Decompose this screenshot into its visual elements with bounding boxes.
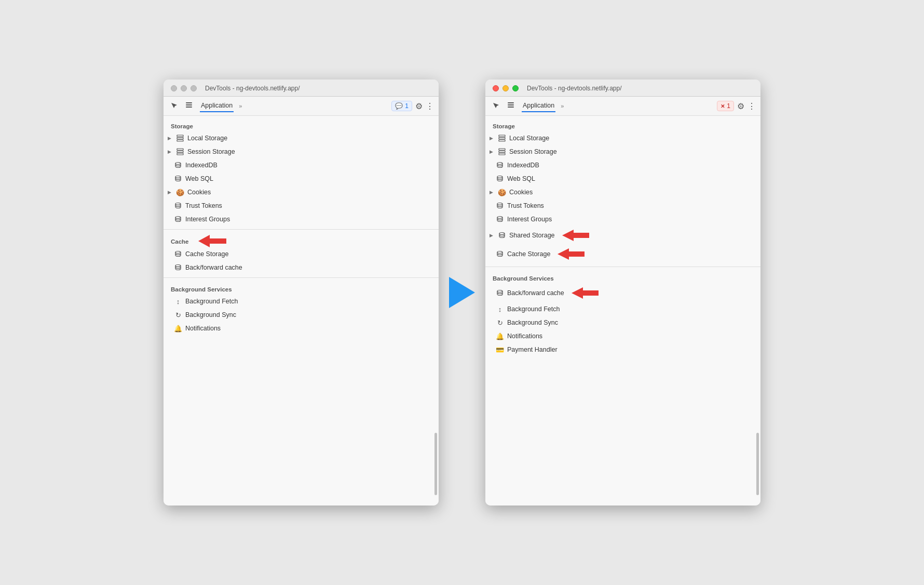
bg-sync-item-left[interactable]: ↻ Background Sync	[164, 308, 439, 322]
application-tab-left[interactable]: Application	[200, 100, 234, 112]
inspect-icon[interactable]	[169, 100, 180, 112]
notifications-item-right[interactable]: 🔔 Notifications	[485, 329, 760, 343]
svg-point-29	[499, 233, 505, 235]
interest-groups-icon-right	[496, 215, 504, 223]
websql-item-left[interactable]: Web SQL	[164, 172, 439, 185]
svg-rect-20	[499, 138, 505, 139]
badge-right[interactable]: ✕ 1	[717, 101, 734, 111]
more-options-icon-left[interactable]: ⋮	[426, 101, 433, 111]
more-tabs-chevron-right[interactable]: »	[561, 103, 564, 109]
traffic-lights-left	[171, 85, 197, 91]
websql-label-left: Web SQL	[185, 175, 213, 182]
cache-storage-item-right[interactable]: Cache Storage	[485, 245, 760, 263]
cache-storage-label-left: Cache Storage	[185, 250, 228, 258]
minimize-button-right[interactable]	[502, 85, 509, 91]
cache-storage-item-left[interactable]: Cache Storage	[164, 247, 439, 261]
indexeddb-item-left[interactable]: IndexedDB	[164, 158, 439, 172]
bg-fetch-item-right[interactable]: ↕ Background Fetch	[485, 302, 760, 316]
badge-left[interactable]: 💬 1	[391, 101, 412, 111]
blue-arrow-icon	[449, 277, 475, 308]
red-arrow-backforward-cache-right	[572, 286, 602, 300]
svg-rect-24	[499, 153, 505, 155]
payment-handler-item-right[interactable]: 💳 Payment Handler	[485, 343, 760, 356]
cache-storage-icon-right	[496, 250, 504, 258]
divider-2-left	[164, 277, 439, 278]
window-title-right: DevTools - ng-devtools.netlify.app/	[527, 85, 622, 92]
minimize-button-left[interactable]	[181, 85, 187, 91]
cookies-item-left[interactable]: ▶ 🍪 Cookies	[164, 185, 439, 199]
backforward-cache-item-right[interactable]: Back/forward cache	[485, 284, 760, 302]
cache-storage-icon-left	[174, 250, 182, 258]
scrollbar-right[interactable]	[756, 116, 759, 506]
svg-point-11	[175, 203, 181, 205]
bg-section-right: Background Services	[485, 270, 760, 284]
maximize-button-right[interactable]	[512, 85, 519, 91]
red-arrow-cache-storage-right	[558, 247, 588, 261]
chevron-local-storage-right: ▶	[490, 136, 495, 141]
svg-rect-7	[177, 151, 183, 153]
settings-icon-left[interactable]: ⚙	[415, 101, 423, 111]
chevron-shared-storage-right: ▶	[490, 233, 495, 238]
interest-groups-item-right[interactable]: Interest Groups	[485, 212, 760, 226]
session-storage-icon-left	[176, 148, 184, 156]
chevron-local-storage-left: ▶	[168, 136, 173, 141]
indexeddb-label-left: IndexedDB	[185, 162, 218, 169]
svg-rect-18	[508, 102, 514, 103]
inspect-icon-right[interactable]	[491, 100, 502, 112]
window-left: DevTools - ng-devtools.netlify.app/ Appl…	[164, 79, 439, 506]
maximize-button-left[interactable]	[191, 85, 197, 91]
scrollbar-left[interactable]	[434, 116, 438, 506]
cookies-item-right[interactable]: ▶ 🍪 Cookies	[485, 185, 760, 199]
layers-icon-right[interactable]	[505, 100, 517, 112]
websql-icon-left	[174, 175, 182, 183]
window-title-left: DevTools - ng-devtools.netlify.app/	[205, 85, 300, 92]
notifications-item-left[interactable]: 🔔 Notifications	[164, 322, 439, 335]
notifications-icon-right: 🔔	[496, 332, 504, 340]
svg-point-10	[175, 176, 181, 178]
bg-sync-icon-right: ↻	[496, 318, 504, 327]
more-options-icon-right[interactable]: ⋮	[748, 101, 755, 111]
shared-storage-item-right[interactable]: ▶ Shared Storage	[485, 226, 760, 245]
svg-rect-1	[186, 107, 192, 108]
settings-icon-right[interactable]: ⚙	[737, 101, 744, 111]
svg-rect-2	[186, 102, 192, 103]
svg-rect-5	[177, 140, 183, 141]
scrollbar-thumb-left[interactable]	[434, 433, 437, 495]
bg-fetch-item-left[interactable]: ↕ Background Fetch	[164, 295, 439, 308]
session-storage-item-right[interactable]: ▶ Session Storage	[485, 145, 760, 158]
more-tabs-chevron-left[interactable]: »	[239, 103, 242, 109]
svg-rect-17	[508, 107, 514, 108]
badge-icon-right: ✕	[721, 103, 725, 109]
websql-item-right[interactable]: Web SQL	[485, 172, 760, 185]
trust-tokens-icon-right	[496, 202, 504, 210]
backforward-cache-item-left[interactable]: Back/forward cache	[164, 261, 439, 274]
svg-point-25	[497, 163, 502, 165]
svg-point-31	[497, 251, 502, 254]
notifications-icon-left: 🔔	[174, 324, 182, 333]
scrollbar-thumb-right[interactable]	[756, 433, 759, 495]
local-storage-icon-right	[498, 134, 506, 142]
session-storage-item-left[interactable]: ▶ Session Storage	[164, 145, 439, 158]
bg-fetch-label-right: Background Fetch	[507, 305, 560, 313]
close-button-right[interactable]	[493, 85, 499, 91]
local-storage-item-right[interactable]: ▶ Local Storage	[485, 131, 760, 145]
svg-point-33	[497, 290, 502, 293]
local-storage-item-left[interactable]: ▶ Local Storage	[164, 131, 439, 145]
trust-tokens-item-right[interactable]: Trust Tokens	[485, 199, 760, 212]
bg-sync-item-right[interactable]: ↻ Background Sync	[485, 316, 760, 329]
close-button-left[interactable]	[171, 85, 177, 91]
session-storage-label-left: Session Storage	[187, 148, 235, 155]
layers-icon[interactable]	[183, 100, 195, 112]
interest-groups-label-left: Interest Groups	[185, 216, 230, 223]
bg-section-left: Background Services	[164, 281, 439, 295]
indexeddb-item-right[interactable]: IndexedDB	[485, 158, 760, 172]
interest-groups-item-left[interactable]: Interest Groups	[164, 212, 439, 226]
interest-groups-label-right: Interest Groups	[507, 216, 552, 223]
indexeddb-icon-right	[496, 161, 504, 169]
svg-rect-4	[177, 138, 183, 139]
trust-tokens-item-left[interactable]: Trust Tokens	[164, 199, 439, 212]
application-tab-right[interactable]: Application	[522, 100, 555, 112]
storage-section-left: Storage	[164, 118, 439, 131]
traffic-lights-right	[493, 85, 519, 91]
svg-marker-30	[562, 230, 589, 241]
